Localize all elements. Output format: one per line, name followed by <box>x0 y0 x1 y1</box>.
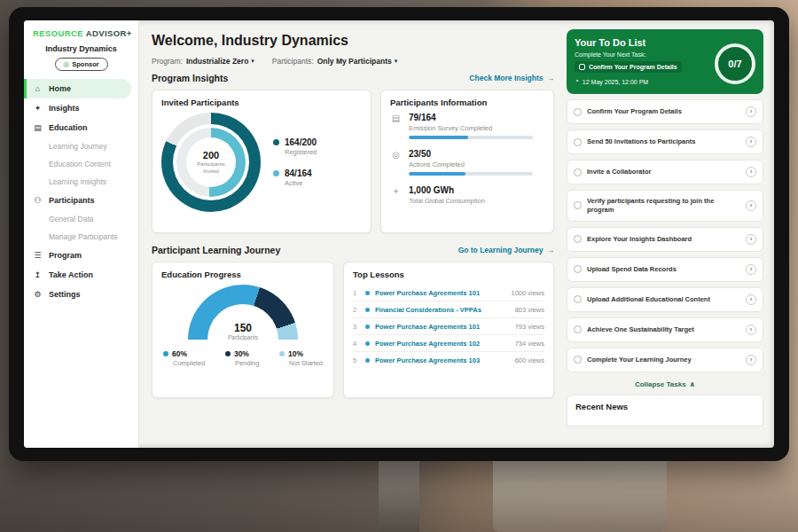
task-row[interactable]: Achieve One Sustainability Target › <box>567 317 763 342</box>
sidebar-item-home[interactable]: ⌂ Home <box>24 79 131 98</box>
task-row[interactable]: Verify participants requesting to join t… <box>567 190 763 222</box>
lesson-views: 793 views <box>515 323 544 331</box>
learning-journey-header: Participant Learning Journey Go to Learn… <box>152 245 554 255</box>
chevron-down-icon: ▾ <box>251 58 254 65</box>
checkbox-icon <box>579 64 585 70</box>
todo-due-text: 12 May 2025, 12:00 PM <box>583 79 648 85</box>
legend-completed: 60% Completed <box>163 349 205 367</box>
sidebar-item-take-action[interactable]: ↥ Take Action <box>24 265 138 285</box>
check-more-insights-link[interactable]: Check More Insights → <box>469 74 554 82</box>
sponsor-icon: ◎ <box>63 61 69 68</box>
program-insights-cards: Invited Participants 200 Participants In… <box>152 90 554 233</box>
task-row[interactable]: Complete Your Learning Journey › <box>567 348 763 372</box>
task-checkbox[interactable] <box>574 138 582 146</box>
go-to-learning-journey-link[interactable]: Go to Learning Journey → <box>458 246 554 254</box>
chevron-right-icon[interactable]: › <box>746 106 756 117</box>
lesson-link[interactable]: Power Purchase Agreements 102 <box>375 340 510 348</box>
todo-next-task[interactable]: Confirm Your Program Details <box>575 61 682 73</box>
task-label: Invite a Collaborator <box>587 168 740 176</box>
donut-center-value: 200 <box>203 150 219 160</box>
sidebar-item-participants[interactable]: ⚇ Participants <box>24 191 138 210</box>
task-checkbox[interactable] <box>574 356 582 364</box>
sidebar-item-settings[interactable]: ⚙ Settings <box>24 285 138 304</box>
lesson-link[interactable]: Power Purchase Agreements 103 <box>375 356 510 364</box>
sidebar-item-program[interactable]: ☰ Program <box>24 246 138 265</box>
sidebar-item-learning-insights[interactable]: Learning Insights <box>24 173 138 191</box>
org-name: Industry Dynamics <box>24 44 138 53</box>
chevron-right-icon[interactable]: › <box>746 264 756 275</box>
chevron-right-icon[interactable]: › <box>746 234 756 245</box>
lesson-row[interactable]: 1 Power Purchase Agreements 101 1000 vie… <box>353 285 544 301</box>
chevron-down-icon: ▾ <box>395 58 398 65</box>
sidebar-item-insights[interactable]: ✦ Insights <box>24 98 138 118</box>
task-row[interactable]: Upload Additional Educational Content › <box>567 287 763 312</box>
legend-dot-registered <box>273 139 279 145</box>
sidebar: RESOURCE ADVISOR+ Industry Dynamics ◎ Sp… <box>24 20 139 448</box>
task-checkbox[interactable] <box>574 168 582 176</box>
insights-icon: ✦ <box>33 104 43 113</box>
lesson-rank: 3 <box>353 323 360 331</box>
lesson-link[interactable]: Power Purchase Agreements 101 <box>375 289 505 297</box>
legend-active-label: Active <box>285 179 312 187</box>
legend-dot-pending <box>225 351 231 356</box>
lesson-link[interactable]: Financial Considerations - VPPAs <box>375 306 510 314</box>
program-select[interactable]: Program: Industrialize Zero ▾ <box>152 57 254 66</box>
legend-dot-active <box>273 170 279 176</box>
task-checkbox[interactable] <box>574 235 582 243</box>
link-label: Check More Insights <box>469 74 543 82</box>
stat-consumption-value: 1,000 GWh <box>409 185 485 195</box>
survey-icon: ▤ <box>390 113 402 139</box>
participants-icon: ⚇ <box>33 196 43 205</box>
lesson-row[interactable]: 4 Power Purchase Agreements 102 734 view… <box>353 335 544 352</box>
stat-consumption-label: Total Global Consumption <box>409 197 485 205</box>
chevron-right-icon[interactable]: › <box>746 200 756 211</box>
legend-not-started-value: 10% <box>288 349 303 358</box>
sidebar-item-education-content[interactable]: Education Content <box>24 155 138 173</box>
sidebar-item-learning-journey[interactable]: Learning Journey <box>24 137 138 155</box>
participants-select-value: Only My Participants <box>317 57 392 66</box>
participants-select[interactable]: Participants: Only My Participants ▾ <box>272 57 397 66</box>
chevron-right-icon[interactable]: › <box>746 167 756 177</box>
stat-emission-value: 79/164 <box>409 113 533 122</box>
chevron-right-icon[interactable]: › <box>746 355 756 365</box>
legend-active-value: 84/164 <box>285 168 312 178</box>
education-icon: ▤ <box>33 123 43 132</box>
nav-label: Participants <box>49 196 95 205</box>
lesson-row[interactable]: 5 Power Purchase Agreements 103 600 view… <box>353 352 544 368</box>
lesson-dot-icon <box>365 325 370 329</box>
legend-completed-value: 60% <box>172 349 187 358</box>
task-checkbox[interactable] <box>574 295 582 303</box>
collapse-tasks-link[interactable]: Collapse Tasks ∧ <box>567 380 763 388</box>
task-checkbox[interactable] <box>574 325 582 333</box>
sidebar-item-general-data[interactable]: General Data <box>24 210 138 228</box>
sidebar-item-education[interactable]: ▤ Education <box>24 118 138 137</box>
card-top-lessons: Top Lessons 1 Power Purchase Agreements … <box>343 262 554 398</box>
recent-news-header: Recent News <box>567 395 763 426</box>
sponsor-badge[interactable]: ◎ Sponsor <box>55 58 108 71</box>
task-row[interactable]: Invite a Collaborator › <box>567 160 763 184</box>
task-checkbox[interactable] <box>574 265 582 273</box>
actions-progress-track <box>409 172 533 176</box>
chevron-right-icon[interactable]: › <box>746 294 756 305</box>
chevron-right-icon[interactable]: › <box>746 137 756 147</box>
invited-donut-chart: 200 Participants Invited <box>161 113 261 212</box>
task-row[interactable]: Upload Spend Data Records › <box>567 257 763 282</box>
task-checkbox[interactable] <box>574 108 582 116</box>
card-invited-participants: Invited Participants 200 Participants In… <box>152 90 372 233</box>
sidebar-item-manage-participants[interactable]: Manage Participants <box>24 228 138 246</box>
task-row[interactable]: Confirm Your Program Details › <box>567 99 763 124</box>
monitor-stand <box>379 459 419 532</box>
lesson-row[interactable]: 2 Financial Considerations - VPPAs 803 v… <box>353 301 544 318</box>
lesson-views: 600 views <box>515 356 544 364</box>
lesson-row[interactable]: 3 Power Purchase Agreements 101 793 view… <box>353 318 544 335</box>
lesson-rank: 1 <box>353 289 360 297</box>
actions-icon: ◎ <box>390 150 402 176</box>
task-row[interactable]: Send 50 Invitations to Participants › <box>567 129 763 154</box>
task-checkbox[interactable] <box>574 201 582 209</box>
chevron-right-icon[interactable]: › <box>746 325 756 335</box>
filter-bar: Program: Industrialize Zero ▾ Participan… <box>152 57 554 66</box>
task-row[interactable]: Explore Your Insights Dashboard › <box>567 227 763 252</box>
lesson-link[interactable]: Power Purchase Agreements 101 <box>375 323 510 331</box>
lesson-dot-icon <box>365 291 370 295</box>
todo-panel: Your To Do List Complete Your Next Task:… <box>565 20 774 448</box>
